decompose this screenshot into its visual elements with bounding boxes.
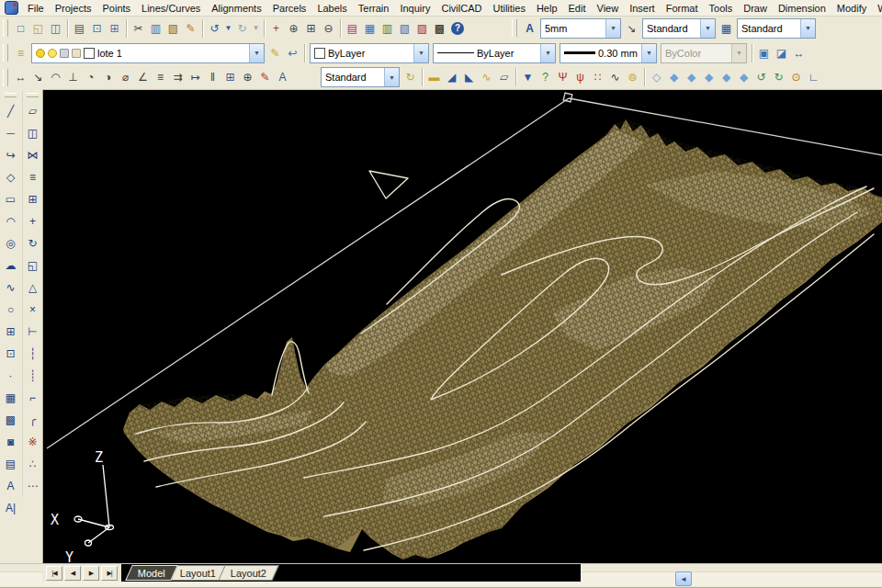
view-se-iso-icon[interactable]: ◆: [700, 69, 718, 86]
lineweight-display-icon[interactable]: ↔: [790, 44, 808, 62]
view-top-icon[interactable]: ◆: [665, 69, 683, 86]
tab-previous-button[interactable]: ◀: [64, 566, 81, 581]
chevron-down-icon[interactable]: ▼: [700, 19, 715, 38]
layer-lock-icon[interactable]: [60, 49, 69, 58]
color-combo[interactable]: ByLayer ▼: [310, 43, 429, 63]
layer-plot-icon[interactable]: [72, 49, 81, 58]
menu-points[interactable]: Points: [96, 2, 136, 15]
publish-icon[interactable]: ⊞: [106, 19, 123, 37]
mirror-icon[interactable]: ⋈: [24, 144, 41, 166]
chevron-down-icon[interactable]: ▼: [413, 44, 428, 62]
menu-draw[interactable]: Draw: [738, 2, 773, 15]
help-icon[interactable]: ?: [451, 22, 464, 35]
dim-aligned-icon[interactable]: ↘: [29, 69, 47, 86]
profile-icon[interactable]: ∿: [478, 69, 495, 86]
menu-help[interactable]: Help: [531, 2, 563, 15]
point-icon[interactable]: ∙: [2, 365, 19, 387]
copy-icon[interactable]: ◫: [24, 122, 41, 144]
circle-icon[interactable]: ◎: [2, 232, 19, 254]
make-current-layer-icon[interactable]: ✎: [266, 44, 284, 62]
rotate-icon[interactable]: ↻: [24, 232, 41, 254]
query-icon[interactable]: ?: [537, 69, 554, 86]
dim-style-combo[interactable]: Standard ▼: [642, 18, 716, 39]
trim-icon[interactable]: ×: [24, 299, 41, 321]
toolbar-grip[interactable]: [3, 69, 8, 86]
menu-labels[interactable]: Labels: [311, 2, 352, 15]
plot-icon[interactable]: ▤: [71, 19, 88, 37]
menu-dimension[interactable]: Dimension: [773, 2, 831, 15]
menu-file[interactable]: File: [22, 2, 50, 15]
measure-icon[interactable]: ⋯: [24, 475, 41, 497]
dim-update-icon[interactable]: ↻: [401, 69, 419, 86]
toolbar-grip[interactable]: [27, 93, 39, 97]
rectangle-icon[interactable]: ▭: [2, 188, 19, 210]
table-icon[interactable]: ▤: [2, 453, 19, 475]
slope-left-icon[interactable]: ◢: [443, 69, 460, 86]
zoom-previous-icon[interactable]: ⊖: [320, 19, 337, 37]
extend-icon[interactable]: ⊢: [24, 321, 41, 343]
undo-icon[interactable]: ↺: [206, 19, 223, 37]
terrain-edit-icon[interactable]: ⊚: [624, 69, 641, 86]
linetype-combo[interactable]: ByLayer ▼: [433, 43, 556, 63]
quick-dimension-icon[interactable]: ≡: [152, 69, 169, 86]
view-ne-iso-icon[interactable]: ◆: [718, 69, 735, 86]
move-icon[interactable]: +: [24, 210, 41, 232]
chevron-down-icon[interactable]: ▼: [605, 19, 620, 38]
tolerance-icon[interactable]: ⊞: [221, 69, 239, 86]
app-icon[interactable]: [5, 1, 18, 15]
redo-list-icon[interactable]: ▼: [251, 19, 261, 37]
menu-insert[interactable]: Insert: [624, 2, 661, 15]
fillet-icon[interactable]: ╭: [24, 409, 41, 431]
layer-combo[interactable]: lote 1 ▼: [31, 43, 265, 63]
explode-icon[interactable]: ※: [24, 431, 41, 453]
menu-utilities[interactable]: Utilities: [487, 2, 530, 15]
scroll-left-button[interactable]: ◄: [675, 571, 692, 586]
ruler-icon[interactable]: ▬: [425, 69, 443, 86]
save-icon[interactable]: ◫: [47, 19, 64, 37]
dim-break-icon[interactable]: ‖: [204, 69, 221, 86]
dim-arc-length-icon[interactable]: ◠: [47, 69, 64, 86]
ucs-3d-icon[interactable]: ∟: [805, 69, 822, 86]
copy-objects-layer-icon[interactable]: ◪: [773, 44, 790, 62]
dim-edit-icon[interactable]: ✎: [256, 69, 274, 86]
design-center-icon[interactable]: ▦: [361, 19, 379, 37]
menu-alignments[interactable]: Alignments: [206, 2, 266, 15]
menu-view[interactable]: View: [592, 2, 625, 15]
make-block-icon[interactable]: ⊡: [2, 343, 19, 365]
shade-box-icon[interactable]: ◇: [648, 69, 665, 86]
divide-icon[interactable]: ∴: [24, 453, 41, 475]
menu-edit[interactable]: Edit: [563, 2, 592, 15]
toolbar-grip[interactable]: [3, 44, 8, 62]
markup-set-manager-icon[interactable]: ▨: [413, 19, 431, 37]
layer-freeze-icon[interactable]: [48, 49, 57, 58]
menu-parcels[interactable]: Parcels: [267, 2, 312, 15]
pin-icon[interactable]: ▼: [519, 69, 537, 86]
tab-layout2[interactable]: Layout2: [218, 565, 279, 581]
hatch-icon[interactable]: ▦: [2, 387, 19, 409]
tab-next-button[interactable]: ▶: [83, 566, 99, 581]
point-group-icon[interactable]: ∷: [589, 69, 606, 86]
tab-last-button[interactable]: ▶|: [101, 566, 118, 581]
break-at-point-icon[interactable]: ┆: [24, 343, 41, 365]
array-icon[interactable]: ⊞: [24, 188, 41, 210]
dim-style-icon[interactable]: ↘: [623, 19, 640, 37]
layer-previous-icon[interactable]: ↩: [284, 44, 301, 62]
orbit-continuous-icon[interactable]: ↻: [770, 69, 787, 86]
multiline-text-icon[interactable]: A: [2, 475, 19, 497]
table-style-combo[interactable]: Standard ▼: [737, 18, 816, 39]
quick-calc-icon[interactable]: ▩: [431, 19, 448, 37]
table-style-icon[interactable]: ▦: [718, 19, 735, 37]
toolbar-grip[interactable]: [5, 93, 17, 97]
spline-icon[interactable]: ∿: [2, 277, 19, 299]
menu-inquiry[interactable]: Inquiry: [394, 2, 435, 15]
polygon-icon[interactable]: ◇: [2, 166, 19, 188]
cut-icon[interactable]: ✂: [130, 19, 147, 37]
ellipse-icon[interactable]: ○: [2, 299, 19, 321]
match-properties-icon[interactable]: ✎: [182, 19, 199, 37]
menu-terrain[interactable]: Terrain: [353, 2, 395, 15]
dim-diameter-icon[interactable]: ⌀: [117, 69, 134, 86]
center-mark-icon[interactable]: ⊕: [239, 69, 256, 86]
dim-continue-icon[interactable]: ↦: [187, 69, 204, 86]
dim-radius-icon[interactable]: ◔: [82, 69, 99, 86]
tab-first-button[interactable]: |◀: [46, 566, 62, 581]
